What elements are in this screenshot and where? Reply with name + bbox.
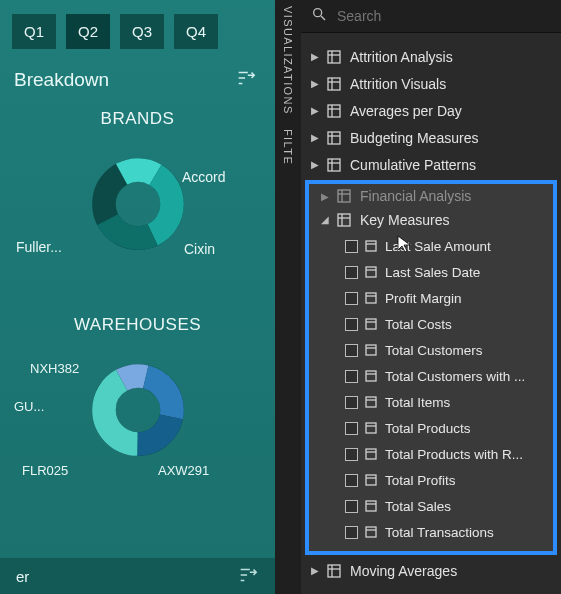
measure-row[interactable]: Last Sales Date (309, 259, 553, 285)
pane-tab-strip: VISUALIZATIONS FILTE (275, 0, 301, 594)
measure-icon (365, 318, 377, 330)
brands-donut-chart[interactable]: Accord Cixin Fuller... (0, 139, 275, 309)
highlighted-group: ▶ Financial Analysis ◢ Key Measures Last… (305, 180, 557, 555)
measure-label: Last Sales Date (385, 265, 480, 280)
search-row (301, 0, 561, 33)
measure-label: Total Items (385, 395, 450, 410)
tab-q2[interactable]: Q2 (66, 14, 110, 49)
warehouses-title: WAREHOUSES (0, 315, 275, 335)
group-row[interactable]: ▶Moving Averages (301, 557, 561, 584)
wh-label-flr025: FLR025 (22, 463, 68, 478)
search-icon (311, 6, 327, 26)
checkbox[interactable] (345, 266, 358, 279)
caret-right-icon: ▶ (321, 191, 331, 202)
caret-right-icon: ▶ (311, 78, 321, 89)
measure-icon (365, 370, 377, 382)
caret-down-icon: ◢ (321, 214, 331, 225)
svg-rect-20 (328, 132, 340, 144)
measure-icon (365, 396, 377, 408)
measure-icon (365, 448, 377, 460)
table-icon (327, 50, 341, 64)
search-input[interactable] (337, 8, 551, 24)
checkbox[interactable] (345, 292, 358, 305)
measure-row[interactable]: Total Profits (309, 467, 553, 493)
table-icon (337, 189, 351, 203)
svg-rect-29 (338, 214, 350, 226)
caret-right-icon: ▶ (311, 132, 321, 143)
report-canvas: Q1 Q2 Q3 Q4 Breakdown BRANDS Accord Cixi… (0, 0, 275, 594)
table-icon (327, 131, 341, 145)
group-row[interactable]: ▶Averages per Day (301, 97, 561, 124)
sort-icon[interactable] (235, 67, 257, 93)
measure-icon (365, 344, 377, 356)
checkbox[interactable] (345, 240, 358, 253)
sort-icon-bottom[interactable] (237, 564, 259, 589)
measure-row[interactable]: Total Items (309, 389, 553, 415)
tab-q3[interactable]: Q3 (120, 14, 164, 49)
bottom-strip: er (0, 558, 275, 594)
svg-point-9 (314, 9, 322, 17)
checkbox[interactable] (345, 396, 358, 409)
measure-row[interactable]: Last Sale Amount (309, 233, 553, 259)
measure-row[interactable]: Total Sales (309, 493, 553, 519)
group-row[interactable]: ▶Budgeting Measures (301, 124, 561, 151)
checkbox[interactable] (345, 448, 358, 461)
breakdown-label: Breakdown (14, 69, 109, 91)
svg-rect-54 (366, 527, 376, 537)
measure-row[interactable]: Total Transactions (309, 519, 553, 545)
table-icon (327, 104, 341, 118)
checkbox[interactable] (345, 318, 358, 331)
measure-row[interactable]: Total Products with R... (309, 441, 553, 467)
checkbox[interactable] (345, 526, 358, 539)
measure-icon (365, 500, 377, 512)
group-key-measures[interactable]: ◢ Key Measures (309, 206, 553, 233)
warehouses-donut-chart[interactable]: NXH382 GU... FLR025 AXW291 (0, 345, 275, 525)
checkbox[interactable] (345, 500, 358, 513)
checkbox[interactable] (345, 422, 358, 435)
svg-rect-32 (366, 241, 376, 251)
group-label: Cumulative Patterns (350, 157, 476, 173)
wh-label-axw291: AXW291 (158, 463, 209, 478)
svg-rect-44 (366, 397, 376, 407)
measure-row[interactable]: Total Customers (309, 337, 553, 363)
svg-rect-11 (328, 51, 340, 63)
measure-row[interactable]: Profit Margin (309, 285, 553, 311)
measure-icon (365, 292, 377, 304)
measure-label: Total Costs (385, 317, 452, 332)
group-label: Averages per Day (350, 103, 462, 119)
checkbox[interactable] (345, 474, 358, 487)
measure-row[interactable]: Total Costs (309, 311, 553, 337)
group-financial-analysis[interactable]: ▶ Financial Analysis (309, 186, 553, 206)
table-icon (327, 77, 341, 91)
measure-icon (365, 474, 377, 486)
group-row[interactable]: ▶Attrition Analysis (301, 43, 561, 70)
group-label: Financial Analysis (360, 188, 471, 204)
tab-q1[interactable]: Q1 (12, 14, 56, 49)
fields-tree: ▶Attrition Analysis▶Attrition Visuals▶Av… (301, 33, 561, 594)
breakdown-header: Breakdown (0, 61, 275, 103)
measure-label: Total Customers (385, 343, 483, 358)
svg-rect-40 (366, 345, 376, 355)
measure-label: Total Products (385, 421, 471, 436)
caret-right-icon: ▶ (311, 105, 321, 116)
group-row[interactable]: ▶Attrition Visuals (301, 70, 561, 97)
checkbox[interactable] (345, 370, 358, 383)
tab-filters[interactable]: FILTE (282, 129, 294, 165)
measure-row[interactable]: Total Products (309, 415, 553, 441)
brand-label-accord: Accord (182, 169, 226, 185)
checkbox[interactable] (345, 344, 358, 357)
svg-rect-56 (328, 565, 340, 577)
svg-rect-42 (366, 371, 376, 381)
svg-rect-17 (328, 105, 340, 117)
brand-label-cixin: Cixin (184, 241, 215, 257)
wh-label-gu: GU... (14, 399, 44, 414)
table-icon (337, 213, 351, 227)
measure-row[interactable]: Total Customers with ... (309, 363, 553, 389)
tab-visualizations[interactable]: VISUALIZATIONS (282, 6, 294, 115)
bottom-label: er (16, 568, 29, 585)
table-icon (327, 564, 341, 578)
brands-title: BRANDS (0, 109, 275, 129)
group-row[interactable]: ▶Cumulative Patterns (301, 151, 561, 178)
wh-label-nxh382: NXH382 (30, 361, 79, 376)
tab-q4[interactable]: Q4 (174, 14, 218, 49)
